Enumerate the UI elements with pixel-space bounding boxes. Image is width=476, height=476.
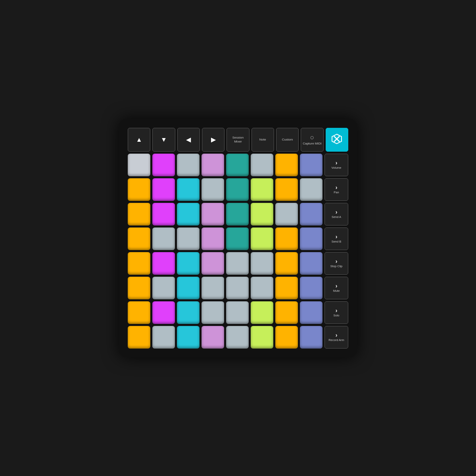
pad-2-1[interactable] (152, 203, 175, 225)
pad-4-4[interactable] (226, 252, 249, 275)
pad-3-5[interactable] (251, 227, 273, 250)
pad-0-4[interactable] (226, 154, 249, 176)
btn-capture-midi[interactable]: ○ Capture MIDI (301, 128, 323, 152)
pad-0-7[interactable] (300, 154, 322, 176)
pad-4-6[interactable] (275, 252, 298, 275)
pad-7-4[interactable] (226, 326, 249, 349)
pad-4-3[interactable] (202, 252, 224, 275)
btn-send-b[interactable]: ›Send B (324, 227, 348, 250)
pad-7-3[interactable] (202, 326, 224, 349)
grid-row-1 (128, 178, 322, 201)
pad-1-7[interactable] (300, 178, 322, 201)
btn-volume[interactable]: ›Volume (324, 154, 348, 176)
pad-7-5[interactable] (251, 326, 273, 349)
btn-send-a[interactable]: ›Send A (324, 203, 348, 225)
pad-5-3[interactable] (202, 277, 224, 299)
pad-3-4[interactable] (226, 227, 249, 250)
btn-solo[interactable]: ›Solo (324, 301, 348, 324)
pad-1-6[interactable] (275, 178, 298, 201)
arrow-left-icon: ◀ (186, 137, 191, 143)
btn-pan[interactable]: ›Pan (324, 178, 348, 201)
pad-3-2[interactable] (177, 227, 200, 250)
pad-3-1[interactable] (152, 227, 175, 250)
pad-1-4[interactable] (226, 178, 249, 201)
pad-3-7[interactable] (300, 227, 322, 250)
record-arm-arrow-icon: › (336, 332, 338, 338)
pan-label: Pan (334, 191, 339, 194)
pad-3-3[interactable] (202, 227, 224, 250)
pad-4-2[interactable] (177, 252, 200, 275)
pad-0-6[interactable] (275, 154, 298, 176)
btn-record-arm[interactable]: ›Record Arm (324, 326, 348, 349)
launchpad-device: ▲ ▼ ◀ ▶ SessionMixer Note Custom ○ Captu… (119, 119, 357, 357)
btn-novation[interactable] (326, 128, 348, 152)
pad-1-2[interactable] (177, 178, 200, 201)
pad-0-1[interactable] (152, 154, 175, 176)
top-row: ▲ ▼ ◀ ▶ SessionMixer Note Custom ○ Captu… (128, 128, 348, 152)
solo-arrow-icon: › (336, 308, 338, 313)
note-label: Note (259, 138, 266, 142)
pad-6-6[interactable] (275, 301, 298, 324)
pad-3-0[interactable] (128, 227, 150, 250)
pad-6-2[interactable] (177, 301, 200, 324)
pad-1-0[interactable] (128, 178, 150, 201)
pad-0-2[interactable] (177, 154, 200, 176)
mute-arrow-icon: › (336, 283, 338, 289)
pad-4-7[interactable] (300, 252, 322, 275)
pad-5-4[interactable] (226, 277, 249, 299)
pad-1-1[interactable] (152, 178, 175, 201)
pad-0-0[interactable] (128, 154, 150, 176)
btn-mute[interactable]: ›Mute (324, 277, 348, 299)
btn-arrow-right[interactable]: ▶ (202, 128, 225, 152)
pad-7-1[interactable] (152, 326, 175, 349)
pad-6-1[interactable] (152, 301, 175, 324)
btn-note[interactable]: Note (251, 128, 274, 152)
arrow-right-icon: ▶ (211, 137, 216, 143)
stop-clip-arrow-icon: › (336, 258, 338, 264)
pad-5-1[interactable] (152, 277, 175, 299)
btn-arrow-up[interactable]: ▲ (128, 128, 150, 152)
pad-5-5[interactable] (251, 277, 273, 299)
pad-4-5[interactable] (251, 252, 273, 275)
pad-1-5[interactable] (251, 178, 273, 201)
pad-2-4[interactable] (226, 203, 249, 225)
btn-stop-clip[interactable]: ›Stop Clip (324, 252, 348, 275)
grid-row-4 (128, 252, 322, 275)
pad-7-6[interactable] (275, 326, 298, 349)
pad-2-6[interactable] (275, 203, 298, 225)
pad-6-7[interactable] (300, 301, 322, 324)
btn-custom[interactable]: Custom (276, 128, 299, 152)
pad-7-0[interactable] (128, 326, 150, 349)
send-b-arrow-icon: › (336, 234, 338, 239)
pad-6-3[interactable] (202, 301, 224, 324)
pad-5-6[interactable] (275, 277, 298, 299)
pad-7-2[interactable] (177, 326, 200, 349)
send-a-arrow-icon: › (336, 209, 338, 215)
pad-5-2[interactable] (177, 277, 200, 299)
pad-5-7[interactable] (300, 277, 322, 299)
custom-label: Custom (282, 138, 293, 142)
pad-2-0[interactable] (128, 203, 150, 225)
pad-1-3[interactable] (202, 178, 224, 201)
pad-2-7[interactable] (300, 203, 322, 225)
pad-7-7[interactable] (300, 326, 322, 349)
pad-6-5[interactable] (251, 301, 273, 324)
pad-2-3[interactable] (202, 203, 224, 225)
pad-2-5[interactable] (251, 203, 273, 225)
pad-4-0[interactable] (128, 252, 150, 275)
pad-3-6[interactable] (275, 227, 298, 250)
record-arm-label: Record Arm (328, 338, 344, 342)
pad-6-0[interactable] (128, 301, 150, 324)
pad-0-5[interactable] (251, 154, 273, 176)
btn-arrow-left[interactable]: ◀ (177, 128, 200, 152)
btn-session-mixer[interactable]: SessionMixer (226, 128, 249, 152)
pad-6-4[interactable] (226, 301, 249, 324)
pad-2-2[interactable] (177, 203, 200, 225)
pad-0-3[interactable] (202, 154, 224, 176)
pad-4-1[interactable] (152, 252, 175, 275)
solo-label: Solo (333, 314, 339, 317)
grid-row-7 (128, 326, 322, 349)
btn-arrow-down[interactable]: ▼ (152, 128, 175, 152)
pad-5-0[interactable] (128, 277, 150, 299)
novation-icon (331, 133, 342, 146)
